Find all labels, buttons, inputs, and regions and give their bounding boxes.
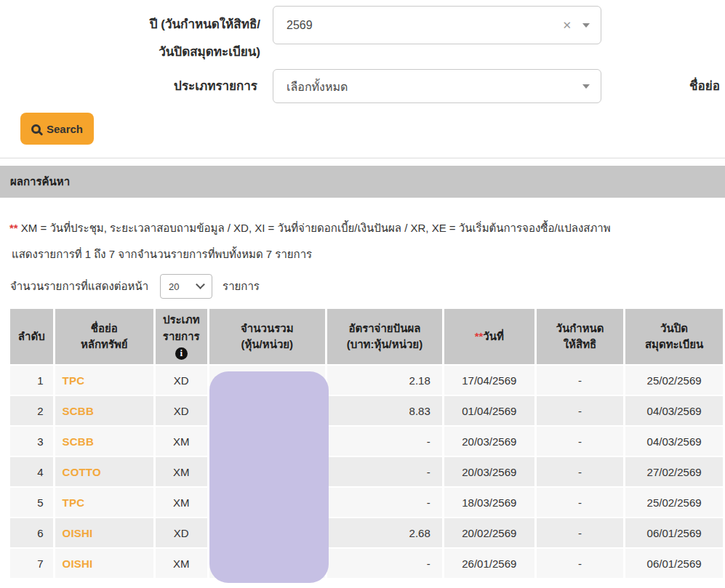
year-select-value: 2569 (287, 19, 313, 32)
per-page-control: จำนวนรายการที่แสดงต่อหน้า 20 รายการ (10, 273, 260, 299)
close-date-cell: 25/02/2569 (625, 366, 723, 395)
col-header-total: จำนวนรวม(หุ้น/หน่วย) (209, 309, 325, 364)
col-header-grant-date: วันกำหนดให้สิทธิ (537, 309, 623, 364)
table-body: 1 TPC XD 2.18 17/04/2569 - 25/02/2569 2 … (10, 366, 723, 578)
symbol-link[interactable]: TPC (63, 496, 85, 509)
type-select-value: เลือกทั้งหมด (287, 77, 348, 95)
col-header-rate: อัตราจ่ายปันผล(บาท:หุ้น/หน่วย) (327, 309, 442, 364)
symbol-link[interactable]: SCBB (63, 405, 94, 417)
table-row: 3 SCBB XM - 20/03/2569 - 04/03/2569 (10, 427, 723, 456)
legend-note-asterisks: ** (9, 222, 18, 234)
symbol-link[interactable]: OISHI (63, 557, 93, 570)
grant-date-cell: - (537, 366, 623, 395)
per-page-label: จำนวนรายการที่แสดงต่อหน้า (10, 278, 148, 295)
chevron-down-icon (196, 280, 205, 289)
col-header-close-date: วันปิดสมุดทะเบียน (625, 309, 723, 364)
rate-cell: - (327, 427, 442, 456)
symbol-cell: COTTO (55, 457, 153, 486)
close-date-cell: 06/01/2569 (625, 549, 723, 578)
table-row: 4 COTTO XM - 20/03/2569 - 27/02/2569 (10, 457, 723, 486)
xdate-cell: 20/02/2569 (444, 518, 534, 547)
symbol-link[interactable]: OISHI (63, 527, 93, 539)
type-cell: XM (156, 427, 207, 456)
table-header-row: ลำดับ ชื่อย่อหลักทรัพย์ ประเภทรายการ i จ… (10, 309, 723, 364)
symbol-link[interactable]: COTTO (63, 466, 101, 478)
page: ปี (วันกำหนดให้สิทธิ/ วันปิดสมุดทะเบียน)… (0, 0, 725, 588)
grant-date-cell: - (537, 427, 623, 456)
row-index-cell: 7 (10, 549, 53, 578)
rate-cell: 2.68 (327, 518, 442, 547)
type-cell: XM (156, 549, 207, 578)
type-cell: XD (156, 518, 207, 547)
col-header-xdate: **วันที่ (444, 309, 534, 364)
row-index-cell: 4 (10, 457, 53, 486)
table-row: 7 OISHI XM - 26/01/2569 - 06/01/2569 (10, 549, 723, 578)
symbol-cell: TPC (55, 366, 153, 395)
type-field-label: ประเภทรายการ (174, 76, 257, 95)
col-header-type: ประเภทรายการ i (156, 309, 207, 364)
close-date-cell: 04/03/2569 (625, 396, 723, 425)
grant-date-cell: - (537, 396, 623, 425)
table-row: 6 OISHI XD 2.68 20/02/2569 - 06/01/2569 (10, 518, 723, 547)
grant-date-cell: - (537, 518, 623, 547)
table-row: 2 SCBB XD 8.83 01/04/2569 - 04/03/2569 (10, 396, 723, 425)
results-header-bar: ผลการค้นหา (0, 166, 725, 198)
symbol-field-label: ชื่อย่อ (689, 76, 720, 95)
symbol-link[interactable]: TPC (63, 374, 85, 387)
results-count-text: แสดงรายการที่ 1 ถึง 7 จากจำนวนรายการที่พ… (12, 246, 312, 263)
year-field-label: ปี (วันกำหนดให้สิทธิ/ วันปิดสมุดทะเบียน) (150, 11, 260, 66)
close-date-cell: 04/03/2569 (625, 427, 723, 456)
year-field-label-line1: ปี (วันกำหนดให้สิทธิ/ (150, 11, 260, 39)
type-cell: XD (156, 366, 207, 395)
legend-note-text: XM = วันที่ประชุม, ระยะเวลาสอบถามข้อมูล … (18, 222, 611, 234)
row-index-cell: 3 (10, 427, 53, 456)
table-row: 1 TPC XD 2.18 17/04/2569 - 25/02/2569 (10, 366, 723, 395)
symbol-cell: SCBB (55, 427, 153, 456)
search-icon (31, 124, 41, 134)
xdate-cell: 20/03/2569 (444, 457, 534, 486)
chevron-down-icon[interactable] (582, 84, 590, 89)
close-date-cell: 27/02/2569 (625, 457, 723, 486)
year-select[interactable]: 2569 ✕ (273, 6, 601, 44)
xdate-cell: 18/03/2569 (444, 488, 534, 517)
year-field-label-line2: วันปิดสมุดทะเบียน) (150, 39, 260, 66)
grant-date-cell: - (537, 488, 623, 517)
symbol-cell: OISHI (55, 549, 153, 578)
search-button-label: Search (47, 123, 83, 135)
xdate-cell: 01/04/2569 (444, 396, 534, 425)
symbol-cell: SCBB (55, 396, 153, 425)
type-select[interactable]: เลือกทั้งหมด (273, 69, 601, 103)
legend-note: ** XM = วันที่ประชุม, ระยะเวลาสอบถามข้อม… (9, 220, 715, 237)
section-divider (0, 158, 725, 158)
rate-cell: 2.18 (327, 366, 442, 395)
close-date-cell: 25/02/2569 (625, 488, 723, 517)
row-index-cell: 5 (10, 488, 53, 517)
redaction-overlay (209, 371, 329, 583)
per-page-select[interactable]: 20 (160, 274, 212, 299)
col-header-symbol: ชื่อย่อหลักทรัพย์ (55, 309, 153, 364)
row-index-cell: 2 (10, 396, 53, 425)
xdate-asterisks: ** (475, 330, 484, 342)
search-button[interactable]: Search (20, 113, 94, 145)
symbol-cell: TPC (55, 488, 153, 517)
symbol-link[interactable]: SCBB (63, 435, 94, 448)
results-table: ลำดับ ชื่อย่อหลักทรัพย์ ประเภทรายการ i จ… (8, 307, 725, 579)
xdate-cell: 26/01/2569 (444, 549, 534, 578)
col-header-index: ลำดับ (10, 309, 53, 364)
rate-cell: - (327, 549, 442, 578)
type-cell: XD (156, 396, 207, 425)
symbol-cell: OISHI (55, 518, 153, 547)
type-cell: XM (156, 488, 207, 517)
type-cell: XM (156, 457, 207, 486)
row-index-cell: 1 (10, 366, 53, 395)
info-icon[interactable]: i (175, 347, 188, 360)
clear-icon[interactable]: ✕ (562, 19, 572, 32)
chevron-down-icon[interactable] (582, 23, 590, 28)
per-page-value: 20 (169, 281, 179, 292)
rate-cell: 8.83 (327, 396, 442, 425)
grant-date-cell: - (537, 549, 623, 578)
xdate-cell: 17/04/2569 (444, 366, 534, 395)
xdate-cell: 20/03/2569 (444, 427, 534, 456)
table-row: 5 TPC XM - 18/03/2569 - 25/02/2569 (10, 488, 723, 517)
close-date-cell: 06/01/2569 (625, 518, 723, 547)
